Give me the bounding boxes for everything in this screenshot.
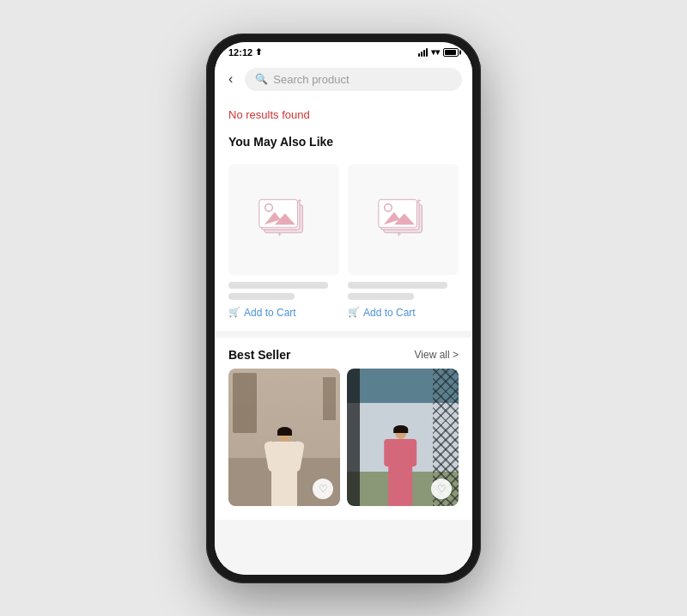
search-icon: 🔍 [255,73,268,85]
cart-icon-1: 🛒 [228,307,240,318]
product-card-2: + + 🛒 Add to Cart [348,164,459,319]
battery-icon [443,48,459,57]
best-seller-title: Best Seller [228,348,290,362]
product-price-bar-2 [348,293,414,300]
svg-text:+: + [416,198,421,205]
add-to-cart-label-1: Add to Cart [244,307,296,319]
you-may-also-like-title: You May Also Like [215,128,472,156]
bestseller-card-2[interactable]: ♡ [347,369,459,506]
add-to-cart-button-2[interactable]: 🛒 Add to Cart [348,307,459,319]
status-left: 12:12 ⬆ [228,47,262,58]
search-bar-container: ‹ 🔍 Search product [215,61,472,98]
svg-text:+: + [397,230,401,239]
product-name-bar-1 [228,282,328,289]
placeholder-icon-1: + + [258,198,310,241]
time-display: 12:12 [228,47,252,58]
status-bar: 12:12 ⬆ ▾▾ [215,42,472,61]
product-image-2: + + [348,164,459,275]
status-right: ▾▾ [418,47,459,57]
no-results-text: No results found [215,98,472,128]
content-area: No results found You May Also Like [215,98,472,575]
product-card-1: + + 🛒 Add to Cart [228,164,339,319]
add-to-cart-label-2: Add to Cart [363,307,416,319]
svg-text:+: + [277,230,282,239]
best-seller-header: Best Seller View all > [215,338,472,369]
view-all-button[interactable]: View all > [415,349,459,361]
svg-text:+: + [297,198,301,205]
cart-icon-2: 🛒 [348,307,360,318]
placeholder-icon-2: + + [378,198,429,241]
phone-frame: 12:12 ⬆ ▾▾ ‹ 🔍 Search prod [206,34,481,583]
location-icon: ⬆ [255,47,262,57]
heart-button-1[interactable]: ♡ [313,479,333,499]
product-price-bar-1 [228,293,295,300]
bestseller-card-1[interactable]: ♡ [228,369,340,506]
product-grid: + + 🛒 Add to Cart [215,156,472,331]
signal-bars [418,48,428,57]
bestseller-grid: ♡ [215,369,472,520]
wifi-icon: ▾▾ [431,47,440,57]
search-placeholder: Search product [273,73,349,86]
add-to-cart-button-1[interactable]: 🛒 Add to Cart [228,307,339,319]
phone-screen: 12:12 ⬆ ▾▾ ‹ 🔍 Search prod [215,42,472,575]
product-name-bar-2 [348,282,447,289]
heart-button-2[interactable]: ♡ [431,479,452,499]
search-box[interactable]: 🔍 Search product [245,68,462,91]
product-image-1: + + [228,164,339,275]
back-button[interactable]: ‹ [225,70,236,88]
